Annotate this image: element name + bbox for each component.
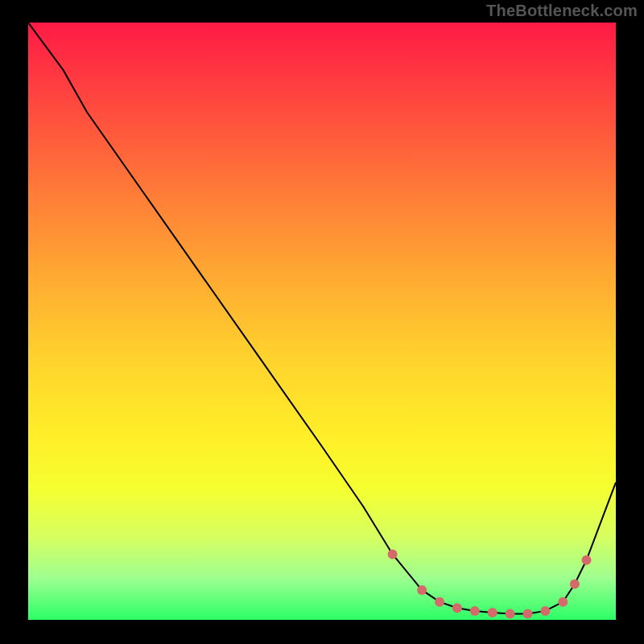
- chart-container: TheBottleneck.com: [0, 0, 644, 644]
- data-marker: [388, 549, 398, 559]
- data-marker: [582, 555, 592, 565]
- gradient-background: [28, 23, 616, 620]
- data-marker: [417, 585, 427, 595]
- data-marker: [506, 609, 515, 619]
- plot-svg: [28, 23, 616, 620]
- data-marker: [488, 608, 497, 617]
- watermark-text: TheBottleneck.com: [486, 2, 638, 20]
- data-marker: [470, 606, 480, 616]
- data-marker: [523, 609, 533, 619]
- data-marker: [570, 580, 580, 589]
- plot-area: [28, 23, 616, 620]
- data-marker: [452, 603, 462, 613]
- data-marker: [558, 597, 568, 607]
- data-marker: [540, 606, 550, 616]
- data-marker: [435, 597, 444, 607]
